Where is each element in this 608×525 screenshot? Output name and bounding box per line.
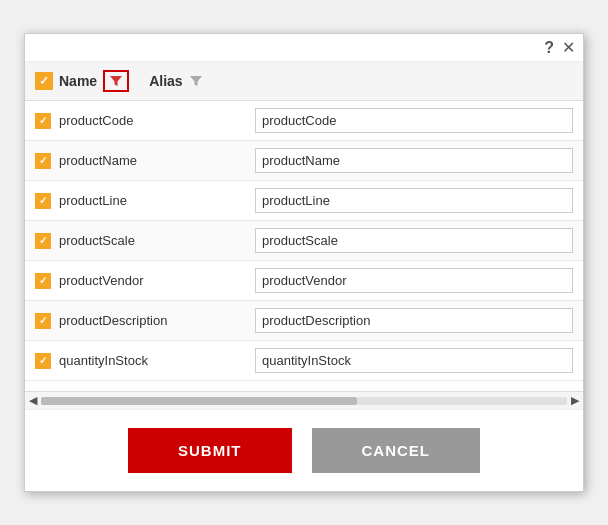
alias-input[interactable] — [255, 188, 573, 213]
close-icon[interactable]: ✕ — [562, 38, 575, 57]
row-name-value: productVendor — [59, 273, 144, 288]
name-col-label: Name — [59, 73, 97, 89]
row-name-value: productDescription — [59, 313, 167, 328]
col-header-alias: Alias — [139, 62, 583, 101]
alias-cell[interactable] — [245, 301, 583, 341]
alias-input[interactable] — [255, 108, 573, 133]
row-name-value: productLine — [59, 193, 127, 208]
alias-cell[interactable] — [245, 221, 583, 261]
row-name-value: productScale — [59, 233, 135, 248]
horizontal-scrollbar[interactable]: ◀ ▶ — [25, 391, 583, 409]
name-cell: productLine — [25, 181, 245, 221]
data-table: Name Alias — [25, 62, 583, 101]
select-all-checkbox[interactable] — [35, 72, 53, 90]
scroll-right-arrow[interactable]: ▶ — [571, 394, 579, 407]
alias-filter-icon[interactable] — [189, 74, 203, 88]
alias-input[interactable] — [255, 148, 573, 173]
table-row: quantityInStock — [25, 341, 583, 381]
cancel-button[interactable]: CANCEL — [312, 428, 481, 473]
name-cell: productVendor — [25, 261, 245, 301]
alias-input[interactable] — [255, 348, 573, 373]
table-row: productScale — [25, 221, 583, 261]
row-name-value: productName — [59, 153, 137, 168]
table-row: productName — [25, 141, 583, 181]
h-scroll-thumb — [41, 397, 357, 405]
title-bar: ? ✕ — [25, 34, 583, 62]
alias-col-label: Alias — [149, 73, 182, 89]
name-filter-icon[interactable] — [103, 70, 129, 92]
alias-input[interactable] — [255, 268, 573, 293]
alias-cell[interactable] — [245, 181, 583, 221]
name-cell: productCode — [25, 101, 245, 141]
name-cell: productDescription — [25, 301, 245, 341]
table-row: productDescription — [25, 301, 583, 341]
row-checkbox[interactable] — [35, 193, 51, 209]
alias-cell[interactable] — [245, 261, 583, 301]
dialog-footer: SUBMIT CANCEL — [25, 409, 583, 491]
row-checkbox[interactable] — [35, 353, 51, 369]
name-cell: productScale — [25, 221, 245, 261]
row-checkbox[interactable] — [35, 273, 51, 289]
row-checkbox[interactable] — [35, 153, 51, 169]
name-cell: quantityInStock — [25, 341, 245, 381]
alias-input[interactable] — [255, 228, 573, 253]
alias-cell[interactable] — [245, 101, 583, 141]
row-checkbox[interactable] — [35, 233, 51, 249]
table-row: productCode — [25, 101, 583, 141]
alias-input[interactable] — [255, 308, 573, 333]
table-container: Name Alias — [25, 62, 583, 409]
row-checkbox[interactable] — [35, 313, 51, 329]
col-header-name: Name — [25, 62, 139, 101]
table-row: productVendor — [25, 261, 583, 301]
table-row: productLine — [25, 181, 583, 221]
h-scroll-track[interactable] — [41, 397, 567, 405]
row-name-value: productCode — [59, 113, 133, 128]
row-checkbox[interactable] — [35, 113, 51, 129]
name-cell: productName — [25, 141, 245, 181]
submit-button[interactable]: SUBMIT — [128, 428, 292, 473]
data-rows-table: productCode productName productLine prod… — [25, 101, 583, 381]
table-scroll-area[interactable]: productCode productName productLine prod… — [25, 101, 583, 391]
scroll-left-arrow[interactable]: ◀ — [29, 394, 37, 407]
alias-cell[interactable] — [245, 141, 583, 181]
row-name-value: quantityInStock — [59, 353, 148, 368]
help-icon[interactable]: ? — [544, 39, 554, 57]
alias-cell[interactable] — [245, 341, 583, 381]
dialog: ? ✕ Name — [24, 33, 584, 492]
